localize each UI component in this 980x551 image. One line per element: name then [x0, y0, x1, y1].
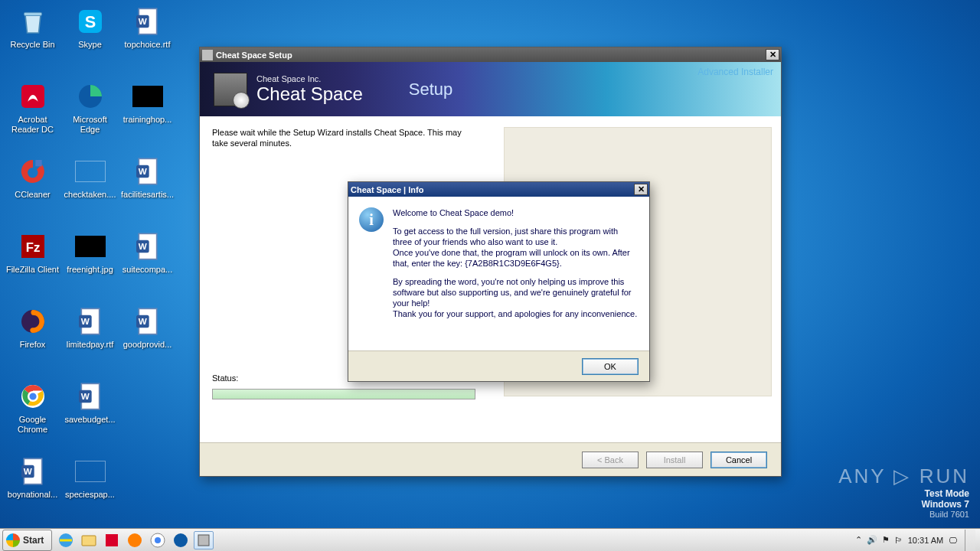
desktop-icon[interactable]: SSkype — [61, 4, 119, 79]
svg-text:W: W — [138, 166, 146, 176]
skype-icon: S — [74, 5, 106, 37]
show-desktop-button[interactable] — [965, 530, 975, 551]
svg-text:W: W — [23, 466, 31, 476]
desktop-icon[interactable]: Recycle Bin — [4, 4, 61, 79]
setup-wait-message: Please wait while the Setup Wizard insta… — [212, 127, 471, 148]
svg-rect-8 — [35, 160, 41, 166]
desktop-icon-label: suitecompa... — [122, 265, 172, 275]
desktop-icon[interactable]: traininghop... — [119, 79, 176, 154]
svg-text:Fz: Fz — [25, 240, 40, 255]
test-mode-label: Test Mode — [838, 488, 969, 499]
folder-icon — [74, 455, 106, 487]
svg-rect-34 — [106, 534, 118, 546]
info-p2: To get access to the full version, just … — [393, 227, 618, 246]
tray-clock[interactable]: 10:31 AM — [907, 536, 944, 545]
desktop-icon-label: Google Chrome — [5, 415, 60, 435]
svg-rect-39 — [198, 535, 209, 546]
tray-volume-icon[interactable]: 🔊 — [867, 535, 877, 545]
desktop-icon[interactable]: FzFileZilla Client — [4, 229, 61, 304]
desktop-icon-label: Microsoft Edge — [63, 115, 118, 135]
progress-bar — [212, 389, 475, 399]
desktop-icon-label: FileZilla Client — [6, 265, 59, 275]
taskbar-edge-icon[interactable] — [171, 531, 191, 549]
svg-point-25 — [28, 392, 38, 401]
setup-footer: < Back Install Cancel — [200, 442, 781, 476]
desktop-icon-label: traininghop... — [123, 115, 172, 125]
desktop-icon-label: CCleaner — [15, 190, 50, 200]
start-label: Start — [23, 535, 44, 546]
desktop-icon[interactable]: Wtopchoice.rtf — [119, 4, 176, 79]
chrome-icon — [17, 380, 49, 412]
tray-expand-icon[interactable]: ⌃ — [855, 535, 862, 545]
info-text: Welcome to Cheat Space demo! To get acce… — [393, 207, 639, 343]
install-button: Install — [646, 452, 703, 468]
word-icon: W — [132, 5, 164, 37]
ok-button[interactable]: OK — [582, 358, 639, 375]
desktop-icon[interactable]: Wlimitedpay.rtf — [61, 304, 119, 379]
bin-icon — [17, 5, 49, 37]
svg-text:W: W — [138, 16, 146, 26]
desktop-icon-label: Skype — [78, 40, 102, 50]
folder-icon — [74, 155, 106, 187]
start-button[interactable]: Start — [2, 530, 52, 551]
desktop-icon[interactable]: Wgoodprovid... — [119, 304, 176, 379]
word-icon: W — [74, 305, 106, 337]
svg-text:W: W — [80, 391, 89, 401]
taskbar-ie-icon[interactable] — [56, 531, 76, 549]
setup-banner-icon — [214, 73, 247, 106]
desktop-icon[interactable]: Acrobat Reader DC — [4, 79, 61, 154]
setup-word: Setup — [409, 80, 453, 99]
svg-rect-0 — [24, 12, 41, 15]
info-titlebar[interactable]: Cheat Space | Info ✕ — [348, 182, 649, 197]
product-label: Cheat Space — [256, 83, 363, 105]
word-icon: W — [74, 380, 106, 412]
desktop-icon-label: Recycle Bin — [10, 40, 54, 50]
info-p1: Welcome to Cheat Space demo! — [393, 207, 639, 218]
tray-monitor-icon[interactable]: 🖵 — [949, 536, 957, 545]
desktop-icon[interactable]: Firefox — [4, 304, 61, 379]
desktop-icon-label: checktaken.... — [64, 190, 116, 200]
desktop-icon[interactable]: checktaken.... — [61, 154, 119, 229]
svg-text:S: S — [84, 12, 95, 31]
setup-title-icon — [202, 50, 213, 60]
info-footer: OK — [348, 350, 649, 381]
setup-titlebar[interactable]: Cheat Space Setup ✕ — [200, 47, 781, 62]
tray-flag-icon[interactable]: 🏳 — [894, 536, 903, 545]
desktop-icon[interactable]: Google Chrome — [4, 379, 61, 454]
taskbar-setup-task[interactable] — [194, 531, 214, 549]
svg-point-37 — [155, 537, 161, 543]
info-close-button[interactable]: ✕ — [634, 184, 648, 195]
info-p5: Thank you for your support, and apologie… — [393, 309, 637, 318]
taskbar-firefox-icon[interactable] — [125, 531, 145, 549]
taskbar: Start ⌃ 🔊 ⚑ 🏳 10:31 AM 🖵 — [0, 528, 980, 551]
desktop-icon[interactable]: Wfacilitiesartis... — [119, 154, 176, 229]
setup-close-button[interactable]: ✕ — [766, 49, 779, 60]
info-dialog: Cheat Space | Info ✕ i Welcome to Cheat … — [348, 181, 650, 382]
setup-banner: Cheat Space Inc. Cheat Space Setup Advan… — [200, 62, 781, 116]
desktop-icon-label: freenight.jpg — [67, 265, 113, 275]
ccleaner-icon — [17, 155, 49, 187]
info-icon: i — [359, 207, 384, 232]
taskbar-acrobat-icon[interactable] — [102, 531, 122, 549]
taskbar-explorer-icon[interactable] — [79, 531, 99, 549]
desktop-icon[interactable]: Microsoft Edge — [61, 79, 119, 154]
desktop-icon[interactable]: CCleaner — [4, 154, 61, 229]
desktop-icon[interactable]: Wboynational... — [4, 454, 61, 529]
desktop-icon[interactable]: freenight.jpg — [61, 229, 119, 304]
back-button: < Back — [582, 452, 639, 468]
word-icon: W — [132, 305, 164, 337]
desktop-icon[interactable]: speciespap... — [61, 454, 119, 529]
taskbar-chrome-icon[interactable] — [148, 531, 168, 549]
svg-text:W: W — [138, 316, 146, 326]
tray-action-icon[interactable]: ⚑ — [882, 535, 890, 545]
cancel-button[interactable]: Cancel — [710, 452, 767, 468]
desktop-icon[interactable]: Wsavebudget... — [61, 379, 119, 454]
info-title-text: Cheat Space | Info — [351, 185, 423, 194]
desktop: Recycle BinSSkypeWtopchoice.rtfAcrobat R… — [0, 0, 980, 551]
word-icon: W — [17, 455, 49, 487]
desktop-icon[interactable]: Wsuitecompa... — [119, 229, 176, 304]
info-p3: Once you've done that, the program will … — [393, 248, 630, 268]
start-orb-icon — [6, 533, 20, 547]
company-label: Cheat Space Inc. — [256, 74, 363, 83]
word-icon: W — [132, 155, 164, 187]
